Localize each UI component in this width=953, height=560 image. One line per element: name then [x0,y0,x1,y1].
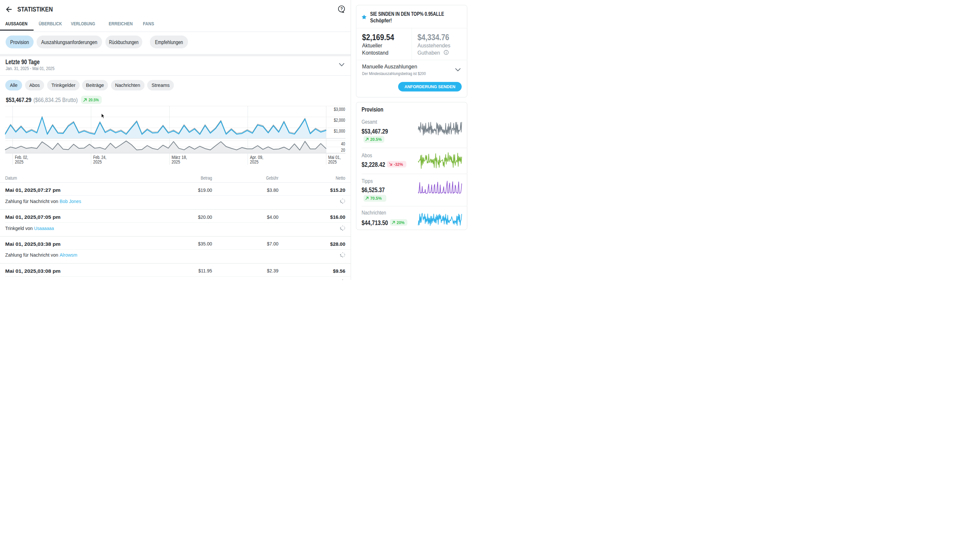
svg-text:Netto: Netto [335,175,345,181]
svg-text:Mai 01, 2025,03:38 pm: Mai 01, 2025,03:38 pm [5,241,61,247]
svg-text:?: ? [340,6,343,11]
svg-text:Alle: Alle [10,82,17,88]
svg-text:2025: 2025 [250,159,259,164]
svg-text:Mai 01, 2025,03:08 pm: Mai 01, 2025,03:08 pm [5,268,61,274]
svg-text:Der Mindestauszahlungsbetrag i: Der Mindestauszahlungsbetrag ist $200 [362,71,426,76]
svg-text:Schöpfer!: Schöpfer! [370,17,392,23]
svg-text:$28.00: $28.00 [330,241,345,247]
svg-text:Abos: Abos [29,82,40,88]
svg-text:2025: 2025 [172,159,180,164]
svg-text:Aktueller: Aktueller [362,42,382,49]
svg-text:$1,000: $1,000 [334,128,345,134]
svg-text:$3.80: $3.80 [267,187,278,193]
svg-text:Beiträge: Beiträge [86,82,104,88]
svg-text:-32%: -32% [394,162,403,167]
svg-text:ANFORDERUNG SENDEN: ANFORDERUNG SENDEN [404,84,455,89]
svg-text:$9.56: $9.56 [333,268,345,274]
svg-text:Gebühr: Gebühr [266,175,278,181]
svg-text:Kontostand: Kontostand [362,50,389,56]
svg-text:Gesamt: Gesamt [362,119,377,125]
svg-text:Provision: Provision [10,39,29,45]
svg-text:$15.20: $15.20 [330,187,345,193]
svg-text:Streams: Streams [152,82,169,88]
svg-text:Zahlung für Nachricht von: Zahlung für Nachricht von [5,252,58,258]
svg-text:($66,834.25 Brutto): ($66,834.25 Brutto) [33,96,78,103]
svg-text:$44,713.50: $44,713.50 [362,219,388,226]
svg-text:Jan. 31, 2025 - Mai 01, 2025: Jan. 31, 2025 - Mai 01, 2025 [6,65,54,71]
svg-text:Nachrichten: Nachrichten [115,82,140,88]
svg-text:2025: 2025 [328,159,337,164]
svg-text:$7.00: $7.00 [267,241,278,246]
svg-text:$16.00: $16.00 [330,214,345,220]
svg-text:70.5%: 70.5% [370,196,382,201]
svg-text:20%: 20% [397,220,405,225]
svg-text:Mai 01, 2025,07:05 pm: Mai 01, 2025,07:05 pm [5,214,61,220]
svg-text:$53,467.29: $53,467.29 [362,127,388,135]
svg-text:Manuelle Auszahlungen: Manuelle Auszahlungen [362,63,417,70]
svg-text:$2,169.54: $2,169.54 [362,32,394,42]
svg-text:$2,228.42: $2,228.42 [362,161,385,168]
svg-text:Alrowsm: Alrowsm [60,252,78,258]
svg-text:VERLOBUNG: VERLOBUNG [71,21,95,26]
svg-text:Betrag: Betrag [201,175,213,181]
svg-text:Letzte 90 Tage: Letzte 90 Tage [5,58,39,65]
svg-text:$19.00: $19.00 [198,187,212,193]
svg-text:ÜBERBLICK: ÜBERBLICK [39,21,62,26]
svg-text:Guthaben: Guthaben [418,50,440,56]
svg-text:FANS: FANS [143,21,154,26]
svg-text:$2.39: $2.39 [267,268,278,274]
svg-text:$4.00: $4.00 [267,215,278,220]
svg-text:STATISTIKEN: STATISTIKEN [17,5,53,13]
svg-text:20.5%: 20.5% [370,137,382,142]
svg-text:Trinkgelder: Trinkgelder [51,82,75,88]
svg-text:Zahlung für Nachricht von: Zahlung für Nachricht von [5,198,58,204]
svg-text:$53,467.29: $53,467.29 [6,96,32,103]
svg-text:Bob Jones: Bob Jones [60,198,81,204]
svg-text:Rich: Rich [34,279,44,280]
svg-text:$20.00: $20.00 [198,215,212,220]
svg-text:Usaaaaaa: Usaaaaaa [34,225,54,231]
svg-text:$35.00: $35.00 [198,241,212,246]
svg-text:Mai 01, 2025,07:27 pm: Mai 01, 2025,07:27 pm [5,187,61,193]
svg-text:SIE SINDEN IN DEN TOP% 0.95ALL: SIE SINDEN IN DEN TOP% 0.95ALLE [370,11,444,17]
svg-text:Datum: Datum [5,175,17,181]
svg-text:Trinkgeld von: Trinkgeld von [5,279,33,280]
svg-text:Auszahlungsanforderungen: Auszahlungsanforderungen [41,39,98,45]
svg-text:Rückbuchungen: Rückbuchungen [109,39,139,45]
svg-text:AUSSAGEN: AUSSAGEN [5,21,27,26]
svg-text:Trinkgeld von: Trinkgeld von [5,225,33,231]
svg-text:Empfehlungen: Empfehlungen [155,39,183,45]
svg-text:$11.95: $11.95 [198,268,212,274]
svg-text:$6,525.37: $6,525.37 [362,186,385,193]
svg-text:$2,000: $2,000 [334,117,345,123]
svg-text:20.5%: 20.5% [88,97,99,102]
svg-text:2025: 2025 [15,159,23,164]
svg-text:$4,334.76: $4,334.76 [418,32,450,42]
svg-text:$3,000: $3,000 [334,106,345,112]
svg-text:2025: 2025 [93,159,102,164]
svg-text:Provision: Provision [362,106,383,113]
svg-text:Abos: Abos [362,152,372,159]
svg-text:Ausstehendes: Ausstehendes [418,42,450,49]
svg-text:Tipps: Tipps [362,178,373,184]
svg-text:ERREICHEN: ERREICHEN [109,21,133,26]
svg-text:Nachrichten: Nachrichten [362,210,386,216]
svg-text:40: 40 [341,141,345,146]
svg-text:20: 20 [341,147,345,153]
